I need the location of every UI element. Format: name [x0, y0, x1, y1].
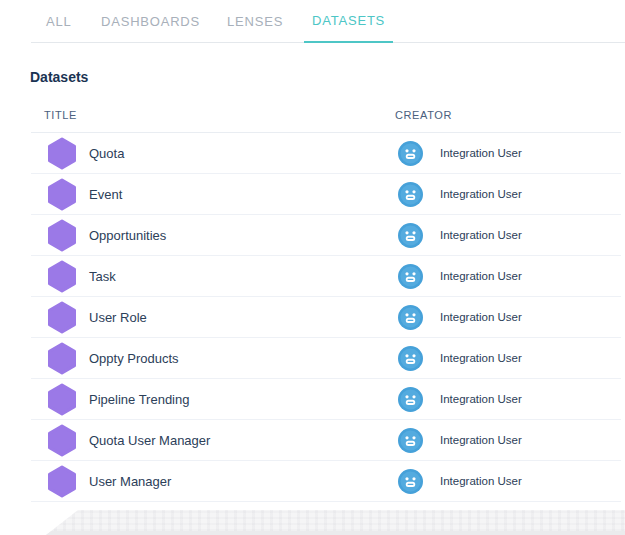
dataset-row[interactable]: Quota Integration User — [31, 133, 621, 174]
user-avatar-icon — [398, 264, 423, 289]
dataset-row[interactable]: Event Integration User — [31, 174, 621, 215]
user-avatar-icon — [398, 387, 423, 412]
background-texture — [0, 510, 625, 535]
creator-name: Integration User — [440, 434, 522, 446]
dataset-hexagon-icon — [47, 137, 77, 170]
asset-type-tabbar: ALL DASHBOARDS LENSES DATASETS — [31, 0, 625, 43]
dataset-hexagon-icon — [47, 219, 77, 252]
creator-name: Integration User — [440, 270, 522, 282]
dataset-hexagon-icon — [47, 178, 77, 211]
dataset-title: User Manager — [89, 474, 171, 489]
column-header-title: TITLE — [44, 109, 77, 121]
tab-dashboards[interactable]: DASHBOARDS — [93, 0, 208, 43]
dataset-row[interactable]: Task Integration User — [31, 256, 621, 297]
dataset-hexagon-icon — [47, 342, 77, 375]
dataset-row[interactable]: Pipeline Trending Integration User — [31, 379, 621, 420]
dataset-title: Opportunities — [89, 228, 166, 243]
tab-lenses[interactable]: LENSES — [219, 0, 291, 43]
dataset-row[interactable]: User Manager Integration User — [31, 461, 621, 502]
table-header-row: TITLE CREATOR — [31, 100, 621, 133]
user-avatar-icon — [398, 428, 423, 453]
dataset-hexagon-icon — [47, 301, 77, 334]
creator-name: Integration User — [440, 311, 522, 323]
dataset-title: Oppty Products — [89, 351, 179, 366]
user-avatar-icon — [398, 223, 423, 248]
creator-name: Integration User — [440, 475, 522, 487]
column-header-creator: CREATOR — [395, 109, 452, 121]
dataset-title: Quota — [89, 146, 124, 161]
creator-name: Integration User — [440, 393, 522, 405]
dataset-row[interactable]: Oppty Products Integration User — [31, 338, 621, 379]
dataset-title: Task — [89, 269, 116, 284]
dataset-title: Quota User Manager — [89, 433, 210, 448]
dataset-title: User Role — [89, 310, 147, 325]
dataset-title: Event — [89, 187, 122, 202]
dataset-hexagon-icon — [47, 424, 77, 457]
creator-name: Integration User — [440, 188, 522, 200]
user-avatar-icon — [398, 469, 423, 494]
user-avatar-icon — [398, 346, 423, 371]
dataset-row[interactable]: Opportunities Integration User — [31, 215, 621, 256]
datasets-browse-screen: ALL DASHBOARDS LENSES DATASETS Datasets … — [0, 0, 625, 535]
dataset-hexagon-icon — [47, 465, 77, 498]
creator-name: Integration User — [440, 147, 522, 159]
page-title: Datasets — [30, 69, 88, 85]
dataset-row[interactable]: User Role Integration User — [31, 297, 621, 338]
dataset-row[interactable]: Quota User Manager Integration User — [31, 420, 621, 461]
creator-name: Integration User — [440, 352, 522, 364]
user-avatar-icon — [398, 305, 423, 330]
user-avatar-icon — [398, 141, 423, 166]
user-avatar-icon — [398, 182, 423, 207]
dataset-list: Quota Integration User Event Integration… — [31, 133, 621, 502]
dataset-title: Pipeline Trending — [89, 392, 189, 407]
tab-all[interactable]: ALL — [38, 0, 80, 43]
dataset-hexagon-icon — [47, 383, 77, 416]
creator-name: Integration User — [440, 229, 522, 241]
tab-datasets[interactable]: DATASETS — [304, 0, 393, 43]
dataset-hexagon-icon — [47, 260, 77, 293]
